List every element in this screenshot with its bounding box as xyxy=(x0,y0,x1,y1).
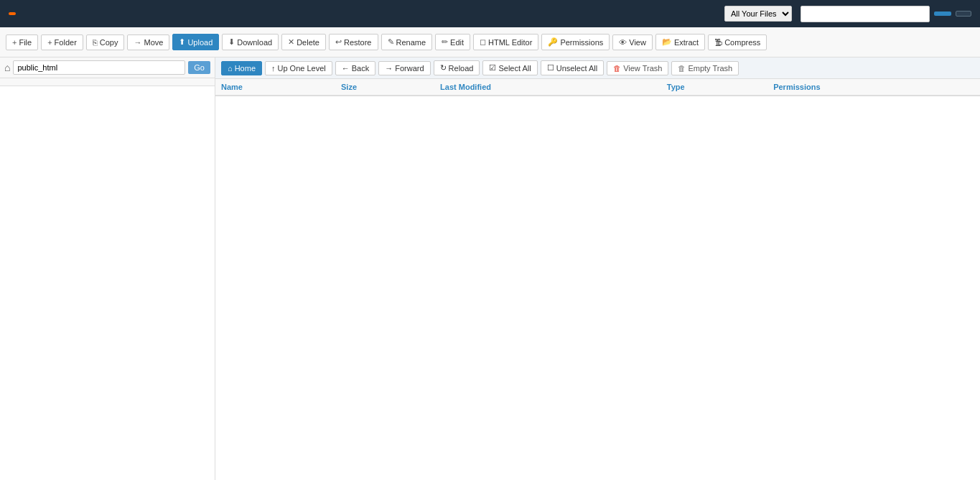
collapse-all-button[interactable] xyxy=(0,78,215,86)
new-folder-icon: + xyxy=(47,38,52,47)
compress-button[interactable]: 🗜Compress xyxy=(708,34,767,50)
file-table: NameSizeLast ModifiedTypePermissions xyxy=(215,79,980,96)
compress-icon: 🗜 xyxy=(714,38,722,47)
unselect-all-button[interactable]: ☐Unselect All xyxy=(541,60,604,75)
file-tree xyxy=(0,86,215,480)
back-button[interactable]: ←Back xyxy=(335,61,375,75)
col-name[interactable]: Name xyxy=(215,79,335,96)
sidebar: ⌂ Go xyxy=(0,57,215,480)
empty-trash-icon: 🗑 xyxy=(678,64,686,73)
toolbar: +File+Folder⎘Copy→Move⬆Upload⬇Download✕D… xyxy=(0,27,980,57)
select-all-button[interactable]: ☑Select All xyxy=(482,60,537,75)
main-layout: ⌂ Go ⌂Home↑Up One Level←Back→Forward↻Rel… xyxy=(0,57,980,480)
edit-icon: ✏ xyxy=(442,37,448,47)
top-header: All Your Files xyxy=(0,0,980,27)
delete-icon: ✕ xyxy=(288,37,294,47)
copy-button[interactable]: ⎘Copy xyxy=(86,34,125,50)
col-type[interactable]: Type xyxy=(661,79,767,96)
search-scope-select[interactable]: All Your Files xyxy=(724,6,792,22)
col-last-modified[interactable]: Last Modified xyxy=(434,79,661,96)
html-editor-button[interactable]: ◻HTML Editor xyxy=(473,34,538,50)
new-file-button[interactable]: +File xyxy=(6,34,38,50)
col-size[interactable]: Size xyxy=(335,79,434,96)
rename-button[interactable]: ✎Rename xyxy=(381,34,433,50)
empty-trash-button[interactable]: 🗑Empty Trash xyxy=(671,61,739,75)
file-panel: ⌂Home↑Up One Level←Back→Forward↻Reload☑S… xyxy=(215,57,980,480)
forward-button[interactable]: →Forward xyxy=(378,61,430,75)
reload-button[interactable]: ↻Reload xyxy=(434,60,480,75)
copy-icon: ⎘ xyxy=(93,38,98,47)
logo xyxy=(9,12,22,15)
move-icon: → xyxy=(134,38,141,47)
new-folder-button[interactable]: +Folder xyxy=(41,34,83,50)
permissions-button[interactable]: 🔑Permissions xyxy=(541,34,610,50)
upload-icon: ⬆ xyxy=(179,37,185,47)
home-icon: ⌂ xyxy=(228,64,233,73)
edit-button[interactable]: ✏Edit xyxy=(435,34,470,50)
new-file-icon: + xyxy=(12,38,17,47)
path-go-button[interactable]: Go xyxy=(188,61,210,74)
delete-button[interactable]: ✕Delete xyxy=(281,34,326,50)
file-table-wrapper: NameSizeLast ModifiedTypePermissions xyxy=(215,79,980,480)
rename-icon: ✎ xyxy=(388,37,394,47)
view-trash-button[interactable]: 🗑View Trash xyxy=(607,61,668,75)
cpanel-icon xyxy=(9,12,16,15)
permissions-icon: 🔑 xyxy=(548,37,558,47)
back-icon: ← xyxy=(342,64,350,73)
select-all-icon: ☑ xyxy=(489,63,496,73)
download-button[interactable]: ⬇Download xyxy=(222,34,279,50)
file-nav: ⌂Home↑Up One Level←Back→Forward↻Reload☑S… xyxy=(215,57,980,79)
path-input[interactable] xyxy=(13,60,185,75)
forward-icon: → xyxy=(385,64,393,73)
move-button[interactable]: →Move xyxy=(127,34,169,50)
unselect-all-icon: ☐ xyxy=(547,63,554,73)
view-trash-icon: 🗑 xyxy=(613,64,621,73)
up-one-level-icon: ↑ xyxy=(271,64,276,73)
settings-button[interactable] xyxy=(956,11,971,17)
reload-icon: ↻ xyxy=(440,63,447,73)
sidebar-path: ⌂ Go xyxy=(0,57,215,78)
restore-button[interactable]: ↩Restore xyxy=(329,34,378,50)
view-button[interactable]: 👁View xyxy=(612,34,653,50)
search-input[interactable] xyxy=(801,6,930,22)
html-editor-icon: ◻ xyxy=(480,37,486,47)
extract-button[interactable]: 📂Extract xyxy=(655,34,705,50)
app-container: All Your Files +File+Folder⎘Copy→Move⬆Up… xyxy=(0,0,980,480)
download-icon: ⬇ xyxy=(228,37,235,47)
upload-button[interactable]: ⬆Upload xyxy=(172,34,219,50)
search-go-button[interactable] xyxy=(934,11,951,16)
view-icon: 👁 xyxy=(619,38,627,47)
home-icon: ⌂ xyxy=(4,62,10,73)
col-permissions[interactable]: Permissions xyxy=(767,79,980,96)
search-area: All Your Files xyxy=(720,6,971,22)
home-button[interactable]: ⌂Home xyxy=(221,61,262,75)
file-table-header: NameSizeLast ModifiedTypePermissions xyxy=(215,79,980,96)
restore-icon: ↩ xyxy=(335,37,342,47)
extract-icon: 📂 xyxy=(662,37,672,47)
up-one-level-button[interactable]: ↑Up One Level xyxy=(265,61,332,75)
